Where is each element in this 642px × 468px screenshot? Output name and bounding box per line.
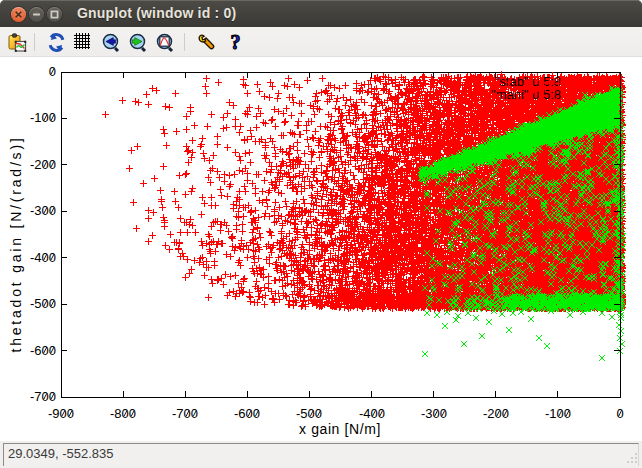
svg-text:x gain [N/m]: x gain [N/m] [299,421,381,437]
svg-text:thetadot gain [N/(rad/s)]: thetadot gain [N/(rad/s)] [8,135,24,352]
svg-text:-100: -100 [30,110,56,125]
svg-text:?: ? [231,33,241,53]
svg-text:-700: -700 [172,406,198,421]
svg-text:-600: -600 [234,406,260,421]
svg-text:-500: -500 [296,406,322,421]
